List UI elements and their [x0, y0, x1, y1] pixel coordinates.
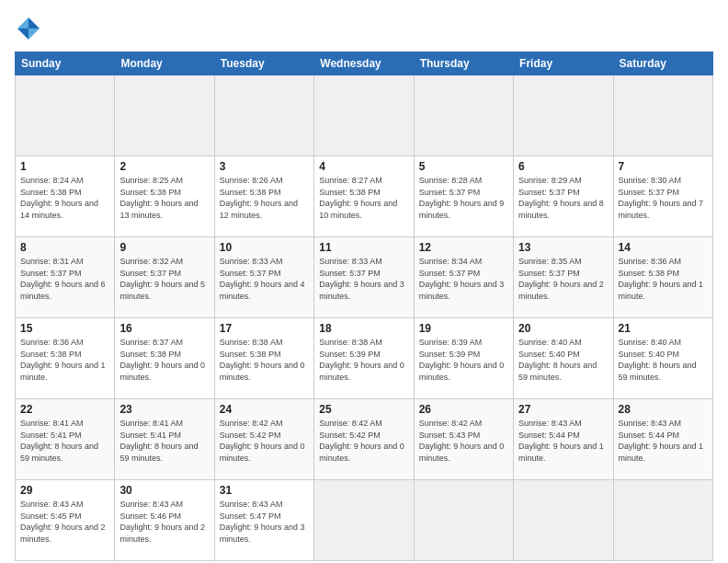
day-number: 6 [518, 160, 608, 173]
week-row-3: 8Sunrise: 8:31 AMSunset: 5:37 PMDaylight… [16, 237, 713, 318]
day-detail: Sunrise: 8:31 AMSunset: 5:37 PMDaylight:… [20, 256, 109, 302]
day-number: 19 [419, 322, 508, 335]
svg-marker-1 [17, 17, 28, 29]
day-detail: Sunrise: 8:36 AMSunset: 5:38 PMDaylight:… [619, 256, 708, 302]
day-cell: 6Sunrise: 8:29 AMSunset: 5:37 PMDaylight… [514, 156, 613, 237]
day-detail: Sunrise: 8:41 AMSunset: 5:41 PMDaylight:… [119, 418, 209, 464]
day-cell: 12Sunrise: 8:34 AMSunset: 5:37 PMDayligh… [414, 237, 513, 318]
day-detail: Sunrise: 8:33 AMSunset: 5:37 PMDaylight:… [220, 256, 309, 302]
day-number: 10 [220, 241, 309, 254]
day-detail: Sunrise: 8:42 AMSunset: 5:43 PMDaylight:… [419, 418, 508, 464]
day-detail: Sunrise: 8:41 AMSunset: 5:41 PMDaylight:… [20, 418, 109, 464]
day-detail: Sunrise: 8:42 AMSunset: 5:42 PMDaylight:… [220, 418, 309, 464]
week-row-1 [16, 75, 713, 156]
day-detail: Sunrise: 8:39 AMSunset: 5:39 PMDaylight:… [419, 337, 508, 383]
day-cell: 13Sunrise: 8:35 AMSunset: 5:37 PMDayligh… [514, 237, 613, 318]
day-detail: Sunrise: 8:38 AMSunset: 5:39 PMDaylight:… [319, 337, 408, 383]
day-detail: Sunrise: 8:36 AMSunset: 5:38 PMDaylight:… [20, 337, 109, 383]
col-header-friday: Friday [514, 52, 613, 75]
day-cell [314, 75, 414, 156]
logo [15, 15, 46, 42]
day-cell: 7Sunrise: 8:30 AMSunset: 5:37 PMDaylight… [613, 156, 712, 237]
day-number: 16 [119, 322, 209, 335]
col-header-saturday: Saturday [613, 52, 712, 75]
day-detail: Sunrise: 8:35 AMSunset: 5:37 PMDaylight:… [518, 256, 608, 302]
day-cell: 16Sunrise: 8:37 AMSunset: 5:38 PMDayligh… [115, 318, 214, 399]
week-row-6: 29Sunrise: 8:43 AMSunset: 5:45 PMDayligh… [16, 480, 713, 561]
day-cell: 2Sunrise: 8:25 AMSunset: 5:38 PMDaylight… [115, 156, 214, 237]
day-cell: 19Sunrise: 8:39 AMSunset: 5:39 PMDayligh… [414, 318, 513, 399]
day-detail: Sunrise: 8:30 AMSunset: 5:37 PMDaylight:… [619, 175, 708, 221]
logo-icon [15, 15, 42, 42]
day-number: 11 [319, 241, 408, 254]
day-cell: 30Sunrise: 8:43 AMSunset: 5:46 PMDayligh… [115, 480, 214, 561]
day-detail: Sunrise: 8:26 AMSunset: 5:38 PMDaylight:… [220, 175, 309, 221]
day-cell [115, 75, 214, 156]
day-number: 27 [518, 403, 608, 416]
day-cell [613, 480, 712, 561]
week-row-4: 15Sunrise: 8:36 AMSunset: 5:38 PMDayligh… [16, 318, 713, 399]
day-cell: 1Sunrise: 8:24 AMSunset: 5:38 PMDaylight… [16, 156, 115, 237]
day-cell: 28Sunrise: 8:43 AMSunset: 5:44 PMDayligh… [613, 399, 712, 480]
day-number: 21 [619, 322, 708, 335]
day-number: 26 [419, 403, 508, 416]
day-number: 24 [220, 403, 309, 416]
page: SundayMondayTuesdayWednesdayThursdayFrid… [0, 0, 728, 563]
day-number: 30 [119, 484, 209, 497]
day-number: 25 [319, 403, 408, 416]
day-cell: 9Sunrise: 8:32 AMSunset: 5:37 PMDaylight… [115, 237, 214, 318]
day-cell: 5Sunrise: 8:28 AMSunset: 5:37 PMDaylight… [414, 156, 513, 237]
day-number: 13 [518, 241, 608, 254]
day-detail: Sunrise: 8:25 AMSunset: 5:38 PMDaylight:… [119, 175, 209, 221]
day-cell: 15Sunrise: 8:36 AMSunset: 5:38 PMDayligh… [16, 318, 115, 399]
day-cell: 4Sunrise: 8:27 AMSunset: 5:38 PMDaylight… [314, 156, 414, 237]
day-cell: 31Sunrise: 8:43 AMSunset: 5:47 PMDayligh… [214, 480, 313, 561]
day-detail: Sunrise: 8:43 AMSunset: 5:45 PMDaylight:… [20, 499, 109, 545]
day-cell: 17Sunrise: 8:38 AMSunset: 5:38 PMDayligh… [214, 318, 313, 399]
day-detail: Sunrise: 8:24 AMSunset: 5:38 PMDaylight:… [20, 175, 109, 221]
day-detail: Sunrise: 8:28 AMSunset: 5:37 PMDaylight:… [419, 175, 508, 221]
day-number: 12 [419, 241, 508, 254]
day-cell: 21Sunrise: 8:40 AMSunset: 5:40 PMDayligh… [613, 318, 712, 399]
day-cell: 27Sunrise: 8:43 AMSunset: 5:44 PMDayligh… [514, 399, 613, 480]
svg-marker-3 [28, 29, 40, 40]
day-number: 3 [220, 160, 309, 173]
day-cell: 3Sunrise: 8:26 AMSunset: 5:38 PMDaylight… [214, 156, 313, 237]
day-number: 29 [20, 484, 109, 497]
day-cell [414, 480, 513, 561]
day-cell: 26Sunrise: 8:42 AMSunset: 5:43 PMDayligh… [414, 399, 513, 480]
day-cell: 23Sunrise: 8:41 AMSunset: 5:41 PMDayligh… [115, 399, 214, 480]
day-cell: 14Sunrise: 8:36 AMSunset: 5:38 PMDayligh… [613, 237, 712, 318]
week-row-5: 22Sunrise: 8:41 AMSunset: 5:41 PMDayligh… [16, 399, 713, 480]
svg-marker-0 [28, 17, 40, 29]
day-cell [613, 75, 712, 156]
day-detail: Sunrise: 8:40 AMSunset: 5:40 PMDaylight:… [518, 337, 608, 383]
day-number: 18 [319, 322, 408, 335]
day-detail: Sunrise: 8:43 AMSunset: 5:47 PMDaylight:… [220, 499, 309, 545]
day-cell: 20Sunrise: 8:40 AMSunset: 5:40 PMDayligh… [514, 318, 613, 399]
calendar-table: SundayMondayTuesdayWednesdayThursdayFrid… [15, 52, 713, 561]
day-detail: Sunrise: 8:43 AMSunset: 5:44 PMDaylight:… [619, 418, 708, 464]
day-cell [16, 75, 115, 156]
col-header-tuesday: Tuesday [214, 52, 313, 75]
day-detail: Sunrise: 8:40 AMSunset: 5:40 PMDaylight:… [619, 337, 708, 383]
col-header-wednesday: Wednesday [314, 52, 414, 75]
day-cell [514, 75, 613, 156]
day-detail: Sunrise: 8:37 AMSunset: 5:38 PMDaylight:… [119, 337, 209, 383]
day-detail: Sunrise: 8:34 AMSunset: 5:37 PMDaylight:… [419, 256, 508, 302]
day-number: 28 [619, 403, 708, 416]
day-cell: 25Sunrise: 8:42 AMSunset: 5:42 PMDayligh… [314, 399, 414, 480]
header-row: SundayMondayTuesdayWednesdayThursdayFrid… [16, 52, 713, 75]
day-cell: 10Sunrise: 8:33 AMSunset: 5:37 PMDayligh… [214, 237, 313, 318]
day-detail: Sunrise: 8:32 AMSunset: 5:37 PMDaylight:… [119, 256, 209, 302]
day-cell: 24Sunrise: 8:42 AMSunset: 5:42 PMDayligh… [214, 399, 313, 480]
day-number: 23 [119, 403, 209, 416]
day-cell [414, 75, 513, 156]
day-detail: Sunrise: 8:42 AMSunset: 5:42 PMDaylight:… [319, 418, 408, 464]
day-number: 15 [20, 322, 109, 335]
day-number: 22 [20, 403, 109, 416]
day-number: 31 [220, 484, 309, 497]
day-cell: 22Sunrise: 8:41 AMSunset: 5:41 PMDayligh… [16, 399, 115, 480]
day-cell: 11Sunrise: 8:33 AMSunset: 5:37 PMDayligh… [314, 237, 414, 318]
col-header-monday: Monday [115, 52, 214, 75]
